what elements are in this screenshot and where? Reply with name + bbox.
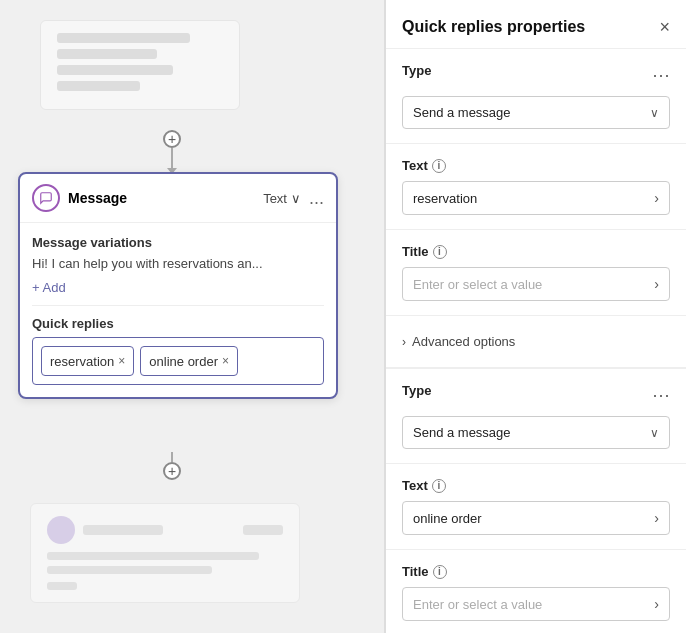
text-value-2: online order (413, 511, 482, 526)
title-info-icon-2[interactable]: i (433, 565, 447, 579)
section1-advanced: › Advanced options (386, 316, 686, 368)
section2-type: Type ⋯ Send a message ∨ (386, 369, 686, 464)
text-info-icon-1[interactable]: i (432, 159, 446, 173)
card-more-button[interactable]: ... (309, 189, 324, 207)
title-arrow-1: › (654, 276, 659, 292)
card-type-label: Text (263, 191, 287, 206)
add-node-button-bottom[interactable]: + (163, 462, 181, 480)
advanced-chevron-1: › (402, 335, 406, 349)
message-card: Message Text ∨ ... Message variations Hi… (18, 172, 338, 399)
title-arrow-2: › (654, 596, 659, 612)
card-divider (32, 305, 324, 306)
tag-reservation-label: reservation (50, 354, 114, 369)
text-field-2[interactable]: online order › (402, 501, 670, 535)
text-arrow-1: › (654, 190, 659, 206)
card-header: Message Text ∨ ... (20, 174, 336, 223)
advanced-label-1: Advanced options (412, 334, 515, 349)
card-title: Message (68, 190, 255, 206)
card-type-chevron: ∨ (291, 191, 301, 206)
type-label-2: Type (402, 383, 431, 398)
ghost-avatar (47, 516, 75, 544)
panel-header: Quick replies properties × (386, 0, 686, 49)
bottom-connector[interactable]: + (163, 452, 181, 480)
ghost-card-bottom (30, 503, 300, 603)
tag-reservation-close[interactable]: × (118, 355, 125, 367)
message-icon (32, 184, 60, 212)
tag-online-order-label: online order (149, 354, 218, 369)
text-field-1[interactable]: reservation › (402, 181, 670, 215)
type-dropdown-1[interactable]: Send a message ∨ (402, 96, 670, 129)
title-field-2[interactable]: Enter or select a value › (402, 587, 670, 621)
add-variation-button[interactable]: + Add (32, 280, 66, 295)
title-info-icon-1[interactable]: i (433, 245, 447, 259)
text-arrow-2: › (654, 510, 659, 526)
section1-text: Text i reservation › (386, 144, 686, 230)
text-label-1: Text i (402, 158, 670, 173)
properties-panel: Quick replies properties × Type ⋯ Send a… (385, 0, 686, 633)
section1-more-button[interactable]: ⋯ (652, 66, 670, 84)
section1-type: Type ⋯ Send a message ∨ (386, 49, 686, 144)
text-value-1: reservation (413, 191, 477, 206)
section2-more-button[interactable]: ⋯ (652, 386, 670, 404)
title-field-1[interactable]: Enter or select a value › (402, 267, 670, 301)
text-info-icon-2[interactable]: i (432, 479, 446, 493)
section2-text: Text i online order › (386, 464, 686, 550)
ghost-title (83, 525, 163, 535)
tag-online-order-close[interactable]: × (222, 355, 229, 367)
type-chevron-1: ∨ (650, 106, 659, 120)
quick-replies-label: Quick replies (32, 316, 324, 331)
add-node-button-top[interactable]: + (163, 130, 181, 148)
type-label-1: Type (402, 63, 431, 78)
type-value-2: Send a message (413, 425, 511, 440)
title-placeholder-1: Enter or select a value (413, 277, 542, 292)
type-chevron-2: ∨ (650, 426, 659, 440)
section1-header-row: Type ⋯ (402, 63, 670, 86)
type-value-1: Send a message (413, 105, 511, 120)
message-variations-label: Message variations (32, 235, 324, 250)
section1-title: Title i Enter or select a value › (386, 230, 686, 316)
tag-reservation[interactable]: reservation × (41, 346, 134, 376)
title-placeholder-2: Enter or select a value (413, 597, 542, 612)
panel-title: Quick replies properties (402, 18, 585, 36)
tag-online-order[interactable]: online order × (140, 346, 238, 376)
section2-header-row: Type ⋯ (402, 383, 670, 406)
section2-title: Title i Enter or select a value › (386, 550, 686, 633)
title-label-2: Title i (402, 564, 670, 579)
ghost-card-top (40, 20, 240, 110)
close-button[interactable]: × (659, 18, 670, 36)
quick-replies-area[interactable]: reservation × online order × (32, 337, 324, 385)
message-text: Hi! I can help you with reservations an.… (32, 256, 324, 271)
title-label-1: Title i (402, 244, 670, 259)
advanced-toggle-1[interactable]: › Advanced options (402, 330, 670, 353)
card-body: Message variations Hi! I can help you wi… (20, 223, 336, 397)
card-type-selector[interactable]: Text ∨ (263, 191, 301, 206)
canvas-panel: + Message Text ∨ ... Message variations … (0, 0, 385, 633)
type-dropdown-2[interactable]: Send a message ∨ (402, 416, 670, 449)
text-label-2: Text i (402, 478, 670, 493)
top-connector[interactable]: + (163, 130, 181, 174)
